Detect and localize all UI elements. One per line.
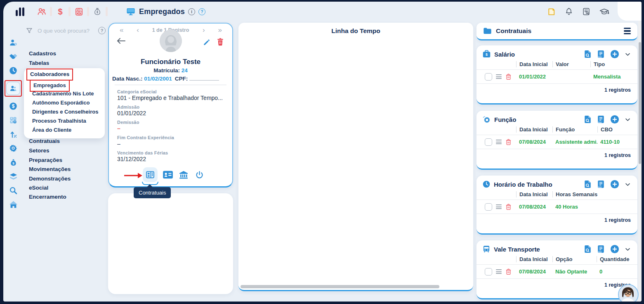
row-checkbox[interactable] (485, 203, 492, 211)
sidebar-item-cadastros[interactable]: Cadastros (29, 49, 56, 58)
sidebar-item-area-do-cliente[interactable]: Área do Cliente (32, 126, 71, 135)
graduation-cap-icon[interactable] (599, 7, 609, 17)
magnifier-icon[interactable] (8, 186, 18, 195)
calculator-icon[interactable] (71, 5, 87, 18)
chevron-down-icon[interactable] (625, 116, 631, 123)
user-profile-avatar[interactable] (618, 284, 639, 302)
clock-icon[interactable] (8, 66, 18, 75)
user-menu-area[interactable] (618, 2, 642, 21)
app-logo-icon[interactable] (16, 7, 24, 16)
cell-data-inicial[interactable]: 07/08/2024 (516, 204, 552, 210)
drag-handle-icon[interactable] (496, 269, 502, 274)
note-icon[interactable] (547, 7, 556, 17)
drag-handle-icon[interactable] (496, 74, 502, 79)
row-checkbox[interactable] (485, 268, 492, 276)
moneybag-icon[interactable]: $ (8, 158, 18, 167)
add-plus-icon[interactable] (610, 245, 619, 254)
gear-icon[interactable] (8, 144, 18, 153)
layers-icon[interactable] (8, 172, 18, 181)
bank-icon[interactable] (178, 169, 189, 180)
column-header: Data Inicial (516, 256, 552, 262)
report-document-icon[interactable] (584, 50, 592, 58)
report-document-icon[interactable] (584, 115, 592, 124)
history-scroll-icon[interactable] (597, 115, 605, 124)
cell-opcao[interactable]: Não Optante (552, 268, 597, 275)
sidebar-item-contratuais[interactable]: Contratuais (29, 137, 60, 146)
sidebar-item-processo-trabalhista[interactable]: Processo Trabalhista (32, 116, 86, 126)
back-arrow-button[interactable] (116, 37, 126, 45)
cell-data-inicial[interactable]: 07/08/2024 (516, 268, 552, 275)
people-icon[interactable] (33, 5, 50, 18)
vertical-scrollbar-thumb[interactable] (639, 42, 641, 164)
row-trash-icon[interactable] (505, 138, 512, 145)
sidebar-item-esocial[interactable]: eSocial (29, 183, 48, 192)
add-plus-icon[interactable] (610, 115, 619, 124)
search-help-icon[interactable]: ? (98, 27, 106, 34)
matricula-value[interactable]: 24 (182, 67, 188, 74)
cell-horas-semanais[interactable]: 40 Horas (552, 204, 637, 210)
report-document-icon[interactable] (584, 180, 592, 188)
row-trash-icon[interactable] (505, 203, 512, 210)
history-scroll-icon[interactable] (597, 50, 605, 58)
moneybag-icon[interactable] (89, 5, 106, 18)
sidebar-item-demonstracoes[interactable]: Demonstrações (29, 174, 71, 183)
sidebar-item-tabelas[interactable]: Tabelas (29, 59, 49, 68)
menu-hamburger-icon[interactable] (624, 28, 631, 35)
last-record-button[interactable]: » (218, 27, 222, 33)
sidebar-item-encerramento[interactable]: Encerramento (29, 192, 66, 202)
sidebar-item-autonomo-esporadico[interactable]: Autônomo Esporádico (32, 98, 90, 107)
help-icon[interactable]: ? (198, 8, 205, 15)
sidebar-item-colaboradores[interactable]: Colaboradores (26, 69, 73, 78)
first-record-button[interactable]: « (120, 27, 123, 33)
svg-text:=: = (14, 120, 16, 123)
add-plus-icon[interactable] (610, 180, 619, 189)
filter-icon[interactable] (26, 27, 33, 34)
coin-icon[interactable]: $ (8, 102, 18, 111)
search-input[interactable] (37, 27, 94, 34)
dollar-icon[interactable]: $ (52, 5, 68, 18)
sidebar-item-movimentacoes[interactable]: Movimentações (29, 165, 71, 174)
history-scroll-icon[interactable] (597, 180, 605, 188)
row-trash-icon[interactable] (505, 73, 512, 80)
report-document-icon[interactable] (584, 245, 592, 253)
drag-handle-icon[interactable] (496, 140, 502, 144)
chevron-down-icon[interactable] (625, 246, 631, 252)
calculator-icon[interactable]: +−×= (8, 116, 18, 125)
edit-pencil-icon[interactable] (203, 38, 211, 46)
add-plus-icon[interactable] (610, 50, 619, 59)
chevron-down-icon[interactable] (625, 181, 631, 188)
next-record-button[interactable]: › (203, 27, 205, 33)
row-trash-icon[interactable] (505, 268, 512, 275)
power-icon[interactable] (194, 169, 205, 180)
bell-icon[interactable] (564, 7, 573, 16)
delete-trash-icon[interactable] (217, 38, 224, 46)
document-search-icon[interactable] (582, 7, 591, 16)
cell-quantidade[interactable]: 0 (597, 268, 637, 275)
sidebar-item-cadastramento-nis-lote[interactable]: Cadastramento Nis Lote (32, 89, 94, 98)
svg-text:$: $ (12, 103, 15, 109)
cell-funcao[interactable]: Assistente admi... (552, 139, 597, 145)
idcard-icon[interactable] (163, 169, 173, 180)
cell-data-inicial[interactable]: 07/08/2024 (516, 139, 552, 145)
history-scroll-icon[interactable] (597, 245, 605, 253)
row-checkbox[interactable] (485, 73, 492, 81)
horizontal-scrollbar[interactable] (241, 285, 439, 288)
growth-icon[interactable] (8, 130, 18, 139)
cell-tipo[interactable]: Mensalista (590, 74, 637, 80)
chevron-down-icon[interactable] (625, 51, 631, 57)
sidebar-item-dirigentes-conselheiros[interactable]: Dirigentes e Conselheiros (32, 107, 98, 116)
cell-data-inicial[interactable]: 01/01/2022 (516, 74, 552, 80)
sidebar-item-preparacoes[interactable]: Preparações (29, 156, 62, 165)
user-gear-icon[interactable] (8, 38, 18, 47)
row-checkbox[interactable] (485, 138, 492, 146)
people-icon[interactable] (6, 82, 20, 95)
sidebar-item-empregados[interactable]: Empregados (30, 80, 70, 89)
prev-record-button[interactable]: ‹ (137, 27, 139, 33)
cell-cbo[interactable]: 4110-10 (597, 139, 637, 145)
contracts-icon[interactable] (143, 167, 158, 182)
sidebar-item-setores[interactable]: Setores (29, 146, 50, 155)
info-icon[interactable]: i (188, 8, 195, 15)
home-icon[interactable] (8, 200, 18, 209)
handshake-icon[interactable] (8, 52, 18, 61)
drag-handle-icon[interactable] (496, 204, 502, 209)
